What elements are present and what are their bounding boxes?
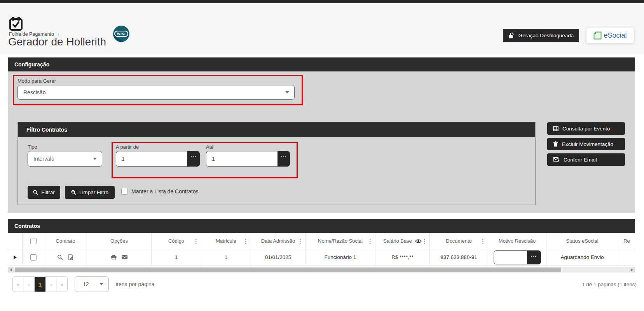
row-opcoes-cell <box>87 249 152 265</box>
column-menu-icon[interactable]: ⋮ <box>367 238 373 245</box>
envelope-icon[interactable] <box>122 255 127 259</box>
filtro-contratos-box: Filtro Contratos Tipo Intervalo A partir… <box>17 122 536 205</box>
row-select-cell <box>23 249 44 265</box>
unlock-icon <box>508 33 515 38</box>
ate-lookup-button[interactable]: ... <box>277 151 290 167</box>
contratos-table: Contrato Opções Código ⋮ Matricula ⋮ Dat… <box>8 233 635 266</box>
header-expander <box>8 233 23 249</box>
items-per-page-label: itens por página <box>116 276 155 292</box>
gerador-de-hollerith-screen: Folha de Pagamento › Gerador de Hollerit… <box>0 0 644 311</box>
search-icon <box>33 190 38 195</box>
row-documento-cell: 837.623.880-91 <box>430 249 488 265</box>
header-salario-base: Salário Base ⋮ <box>375 233 430 249</box>
row-contrato-cell <box>44 249 87 265</box>
chevron-down-icon <box>93 158 97 160</box>
filtro-contratos-header: Filtro Contratos <box>18 122 535 137</box>
a-partir-de-field-group: ... <box>116 151 200 167</box>
manter-lista-field: Manter a Lista de Contratos <box>121 188 199 195</box>
row-expander-cell <box>8 249 23 265</box>
expand-row-icon[interactable] <box>14 255 17 259</box>
horizontal-scrollbar[interactable] <box>8 267 635 273</box>
header-contrato: Contrato <box>44 233 87 249</box>
column-menu-icon[interactable]: ⋮ <box>422 238 428 245</box>
pagination-controls: « ‹ 1 › » <box>12 276 68 292</box>
chevron-down-icon <box>99 283 103 285</box>
scroll-left-icon[interactable] <box>8 267 14 273</box>
current-page-button[interactable]: 1 <box>35 277 45 292</box>
configuracao-panel-header: Configuração <box>8 57 635 71</box>
trash-icon <box>553 141 558 147</box>
a-partir-de-input[interactable] <box>116 151 187 167</box>
first-page-button[interactable]: « <box>13 277 24 292</box>
row-motivo-cell: ... <box>488 249 546 265</box>
esocial-button[interactable]: eSocial <box>586 27 634 43</box>
search-clear-icon <box>71 190 76 195</box>
row-nome-cell: Funcionário 1 <box>305 249 375 265</box>
a-partir-de-lookup-button[interactable]: ... <box>187 151 200 167</box>
tipo-label: Tipo <box>28 144 37 150</box>
modo-para-gerar-value: Rescisão <box>18 89 46 96</box>
page-size-value: 12 <box>75 281 89 287</box>
page-title: Gerador de Hollerith <box>8 36 106 48</box>
header-documento: Documento ⋮ <box>430 233 488 249</box>
header-re-cortado: Re <box>618 233 635 249</box>
prev-page-button[interactable]: ‹ <box>24 277 35 292</box>
esocial-page-icon <box>593 31 602 40</box>
header-nome-razao-social: Nome/Razão Social ⋮ <box>305 233 375 249</box>
calendar-check-icon <box>9 17 23 33</box>
top-dark-strip <box>0 0 644 3</box>
next-page-button[interactable]: › <box>46 277 57 292</box>
header-motivo-rescisao: Motivo Rescisão <box>488 233 546 249</box>
scroll-right-icon[interactable] <box>629 267 635 273</box>
filtrar-button[interactable]: Filtrar <box>28 186 60 199</box>
magnifier-icon[interactable] <box>57 254 63 260</box>
row-codigo-cell: 1 <box>152 249 201 265</box>
grid-icon <box>553 126 558 131</box>
select-all-checkbox[interactable] <box>30 238 37 244</box>
wiki-badge[interactable]: WIKI <box>113 26 129 42</box>
tipo-value: Intervalo <box>28 156 54 162</box>
manter-lista-label: Manter a Lista de Contratos <box>131 188 199 195</box>
column-menu-icon[interactable]: ⋮ <box>243 238 249 245</box>
side-actions: Consulta por Evento Excluir Movimentação <box>547 122 625 166</box>
a-partir-de-label: A partir de <box>116 144 139 150</box>
conferir-email-button[interactable]: Conferir Email <box>547 153 625 166</box>
edit-document-icon[interactable] <box>68 254 74 260</box>
header-data-admissao: Data Admissão ⋮ <box>251 233 305 249</box>
wiki-badge-label: WIKI <box>114 31 128 37</box>
table-row: 1 1 01/01/2025 Funcionário 1 R$ ****,** … <box>8 249 635 266</box>
filtro-contratos-body: Tipo Intervalo A partir de ... Até . <box>18 137 535 205</box>
page-size-select[interactable]: 12 <box>75 276 109 292</box>
ate-label: Até <box>206 144 214 150</box>
column-menu-icon[interactable]: ⋮ <box>480 238 486 245</box>
motivo-rescisao-lookup-button[interactable]: ... <box>527 250 541 264</box>
header-status-esocial: Status eSocial <box>546 233 618 249</box>
row-checkbox[interactable] <box>30 254 37 261</box>
scrollbar-thumb[interactable] <box>15 268 561 272</box>
last-page-button[interactable]: » <box>57 277 67 292</box>
limpar-filtro-button[interactable]: Limpar Filtro <box>65 186 115 199</box>
modo-para-gerar-select[interactable]: Rescisão <box>17 85 295 100</box>
column-menu-icon[interactable]: ⋮ <box>297 238 303 245</box>
geracao-desbloqueada-button[interactable]: Geração Desbloqueada <box>503 29 579 42</box>
modo-para-gerar-label: Modo para Gerar <box>17 78 56 84</box>
motivo-rescisao-input[interactable] <box>494 250 527 264</box>
ate-input[interactable] <box>206 151 277 167</box>
ate-field-group: ... <box>206 151 290 167</box>
esocial-label: eSocial <box>604 31 627 40</box>
row-status-esocial-cell: Aguardando Envio <box>546 249 618 265</box>
table-header-row: Contrato Opções Código ⋮ Matricula ⋮ Dat… <box>8 233 635 249</box>
manter-lista-checkbox[interactable] <box>121 188 128 195</box>
header-codigo: Código ⋮ <box>152 233 201 249</box>
configuracao-panel: Configuração Modo para Gerar Rescisão Fi… <box>8 57 635 213</box>
row-matricula-cell: 1 <box>201 249 251 265</box>
chevron-down-icon <box>285 91 289 94</box>
eye-icon[interactable] <box>415 239 422 243</box>
excluir-movimentacao-button[interactable]: Excluir Movimentação <box>547 138 625 150</box>
header-select-all <box>23 233 44 249</box>
column-menu-icon[interactable]: ⋮ <box>193 238 199 245</box>
consulta-por-evento-button[interactable]: Consulta por Evento <box>547 122 625 135</box>
configuracao-panel-body: Modo para Gerar Rescisão Filtro Contrato… <box>8 71 635 213</box>
printer-icon[interactable] <box>111 255 117 260</box>
tipo-select[interactable]: Intervalo <box>28 151 102 167</box>
